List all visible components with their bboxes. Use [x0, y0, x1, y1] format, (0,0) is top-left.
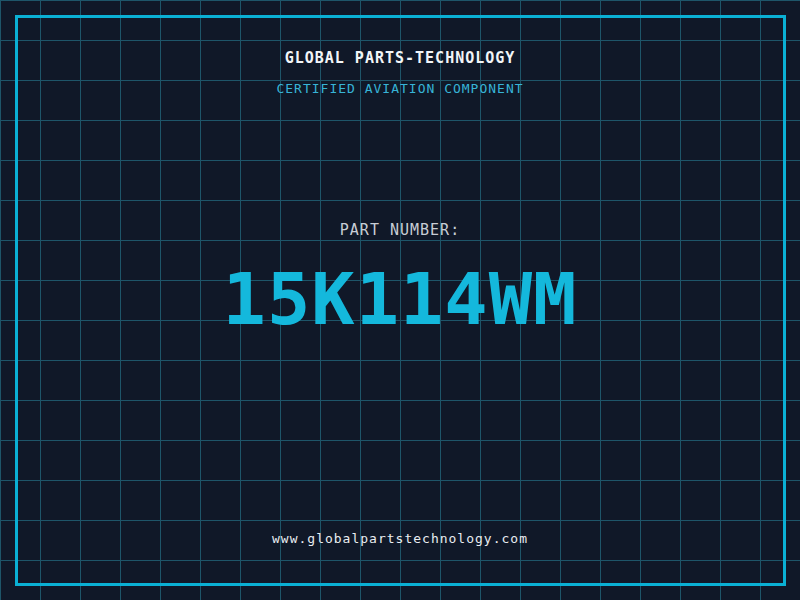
website-url: www.globalpartstechnology.com	[0, 531, 800, 546]
blueprint-page: GLOBAL PARTS-TECHNOLOGY CERTIFIED AVIATI…	[0, 0, 800, 600]
page-title: GLOBAL PARTS-TECHNOLOGY	[0, 49, 800, 67]
part-number-label: PART NUMBER:	[0, 221, 800, 239]
certification-subtitle: CERTIFIED AVIATION COMPONENT	[0, 81, 800, 96]
part-number-value: 15K114WM	[0, 263, 800, 335]
